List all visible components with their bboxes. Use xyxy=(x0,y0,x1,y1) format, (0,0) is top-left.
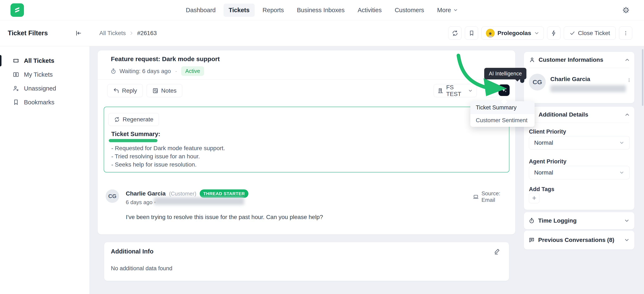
ai-intelligence-tooltip: AI Intelligence xyxy=(484,68,526,80)
sidebar-item-my-tickets[interactable]: My Tickets xyxy=(0,68,90,82)
message-meta: 6 days ago • xyxy=(126,199,156,206)
bookmark-icon xyxy=(12,99,19,106)
nav-dashboard[interactable]: Dashboard xyxy=(181,4,221,17)
add-tags-label: Add Tags xyxy=(529,186,554,192)
quick-actions-button[interactable] xyxy=(547,26,560,40)
page-header: Ticket Filters All Tickets #26163 Proleg… xyxy=(0,20,644,46)
mailbox-label: FS TEST xyxy=(446,84,465,98)
add-tag-button[interactable] xyxy=(529,193,540,203)
sidebar-item-unassigned[interactable]: Unassigned xyxy=(0,82,90,95)
regenerate-button[interactable]: Regenerate xyxy=(108,113,159,126)
client-priority-select[interactable]: Normal xyxy=(529,136,630,150)
previous-conversations-card[interactable]: Previous Conversations (8) xyxy=(524,230,634,250)
collapse-left-icon xyxy=(75,30,82,37)
active-indicator xyxy=(0,55,2,66)
close-ticket-label: Close Ticket xyxy=(578,30,610,36)
customer-info-card: Customer Informations CG Charlie Garcia xyxy=(524,52,634,103)
brand-glyph-icon xyxy=(12,5,22,15)
summary-points: - Requested for Dark mode feature suppor… xyxy=(111,144,225,169)
thread-starter-badge: THREAD STARTER xyxy=(200,190,248,198)
nav-more-label: More xyxy=(437,7,451,14)
status-badge: Active xyxy=(181,66,204,76)
laptop-icon xyxy=(473,194,479,200)
breadcrumb: All Tickets #26163 xyxy=(99,20,157,46)
ticket-icon xyxy=(12,57,19,64)
note-edit-icon xyxy=(152,88,158,94)
bookmark-button[interactable] xyxy=(465,26,478,40)
sidebar-item-bookmarks[interactable]: Bookmarks xyxy=(0,95,90,109)
filters-title: Ticket Filters xyxy=(8,30,48,37)
nav-customers[interactable]: Customers xyxy=(390,4,429,17)
settings-gear-button[interactable] xyxy=(621,6,630,15)
ai-intelligence-button[interactable] xyxy=(498,84,510,96)
reply-button[interactable]: Reply xyxy=(107,84,143,97)
summary-point: - Seeks help for issue resolution. xyxy=(111,160,225,169)
stopwatch-icon xyxy=(110,68,116,74)
summary-heading: Ticket Summary: xyxy=(111,130,160,138)
additional-details-title: Additional Details xyxy=(538,111,621,118)
breadcrumb-parent[interactable]: All Tickets xyxy=(99,30,126,36)
meta-separator: · xyxy=(174,68,178,74)
customer-name: Charlie Garcia xyxy=(550,76,590,82)
ticket-filters-sidebar: All Tickets My Tickets Unassigned Bookma… xyxy=(0,46,90,294)
lightning-icon xyxy=(550,30,557,36)
sidebar-collapse-button[interactable] xyxy=(74,29,83,38)
app-logo[interactable] xyxy=(10,3,24,17)
regenerate-label: Regenerate xyxy=(123,116,153,123)
menu-item-customer-sentiment[interactable]: Customer Sentiment xyxy=(470,114,534,127)
chevron-down-icon xyxy=(624,237,630,243)
reply-label: Reply xyxy=(122,87,137,94)
additional-info-card: Additional Info No additional data found xyxy=(104,242,509,281)
sidebar-item-all-tickets[interactable]: All Tickets xyxy=(0,54,90,68)
chevron-down-icon xyxy=(619,170,624,175)
nav-business-inboxes[interactable]: Business Inboxes xyxy=(292,4,350,17)
customer-info-header[interactable]: Customer Informations xyxy=(529,56,630,63)
edit-additional-info-button[interactable] xyxy=(494,248,500,255)
sidebar-item-label: All Tickets xyxy=(24,57,54,64)
customer-menu-button[interactable] xyxy=(627,78,632,82)
page-scrollbar-thumb[interactable] xyxy=(642,49,643,106)
hidden-action-button[interactable] xyxy=(485,84,498,97)
assignee-name: Prolegoolas xyxy=(498,30,531,36)
message-source: Source: Email xyxy=(473,190,515,203)
additional-details-card: Additional Details Client Priority Norma… xyxy=(524,106,634,210)
content-area: Feature request: Dark mode support Waiti… xyxy=(90,46,644,294)
stopwatch-icon xyxy=(528,218,535,224)
check-icon xyxy=(570,30,575,36)
message-body: I've been trying to resolve this issue f… xyxy=(126,214,323,220)
mailbox-dropdown[interactable]: FS TEST xyxy=(434,84,477,97)
time-logging-card[interactable]: Time Logging xyxy=(524,212,634,230)
sidebar-item-label: Bookmarks xyxy=(24,99,54,106)
refresh-icon xyxy=(114,116,120,122)
ticket-title: Feature request: Dark mode support xyxy=(111,56,220,62)
ticket-card: Feature request: Dark mode support Waiti… xyxy=(98,50,516,234)
chevron-down-icon xyxy=(624,218,630,224)
person-icon xyxy=(529,57,535,63)
message-author-role: (Customer) xyxy=(169,190,196,197)
close-ticket-button[interactable]: Close Ticket xyxy=(564,26,616,40)
agent-priority-select[interactable]: Normal xyxy=(529,166,630,179)
bookmark-icon xyxy=(468,30,475,36)
chevron-down-icon xyxy=(468,88,473,93)
chevron-down-icon xyxy=(453,8,458,12)
main-nav: Dashboard Tickets Reports Business Inbox… xyxy=(181,4,463,17)
header-actions: Prolegoolas Close Ticket xyxy=(448,26,632,40)
chevron-up-icon xyxy=(624,57,630,63)
ai-summary-box: Regenerate Ticket Summary: - Requested f… xyxy=(104,107,510,172)
notes-button[interactable]: Notes xyxy=(146,84,182,97)
customer-info-title: Customer Informations xyxy=(538,56,621,63)
nav-activities[interactable]: Activities xyxy=(352,4,386,17)
chevron-up-icon xyxy=(624,112,630,118)
nav-reports[interactable]: Reports xyxy=(258,4,289,17)
time-logging-title: Time Logging xyxy=(538,217,620,224)
message-author: Charlie Garcia xyxy=(126,190,166,197)
nav-more[interactable]: More xyxy=(432,4,463,17)
nav-tickets[interactable]: Tickets xyxy=(224,4,254,17)
redacted-customer-email xyxy=(550,85,626,92)
assignee-dropdown[interactable]: Prolegoolas xyxy=(482,26,544,40)
refresh-button[interactable] xyxy=(448,26,462,40)
additional-details-header[interactable]: Additional Details xyxy=(529,111,630,118)
ticket-more-menu-button[interactable] xyxy=(619,26,632,40)
chat-bubble-icon xyxy=(528,237,535,243)
menu-item-ticket-summary[interactable]: Ticket Summary xyxy=(470,101,534,114)
